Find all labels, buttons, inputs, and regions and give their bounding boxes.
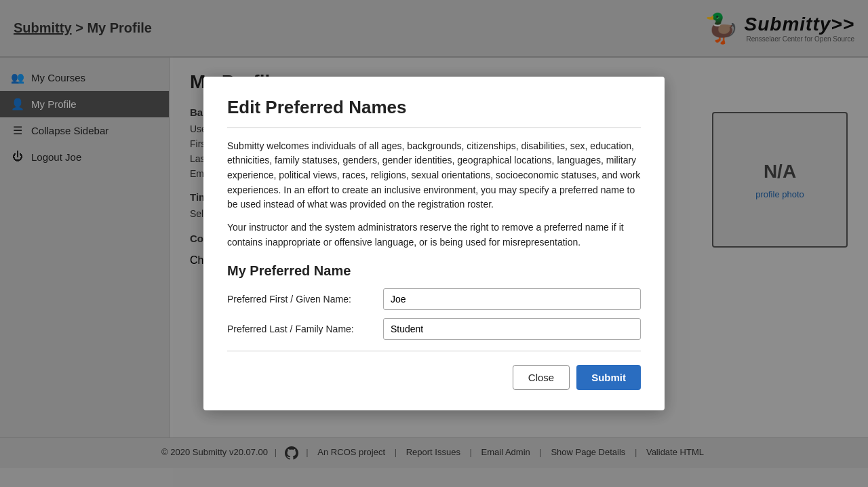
preferred-last-name-label: Preferred Last / Family Name: — [227, 324, 383, 334]
modal-divider — [227, 351, 641, 351]
preferred-last-name-input[interactable] — [383, 318, 641, 340]
modal-section-title: My Preferred Name — [227, 263, 641, 279]
modal-buttons: Close Submit — [227, 365, 641, 390]
preferred-last-name-row: Preferred Last / Family Name: — [227, 318, 641, 340]
modal-overlay[interactable]: Edit Preferred Names Submitty welcomes i… — [0, 0, 868, 487]
submit-button[interactable]: Submit — [576, 365, 641, 390]
modal-body-text-2: Your instructor and the system administr… — [227, 220, 641, 250]
preferred-first-name-label: Preferred First / Given Name: — [227, 294, 383, 305]
preferred-first-name-input[interactable] — [383, 288, 641, 310]
preferred-first-name-row: Preferred First / Given Name: — [227, 288, 641, 310]
modal-body-text-1: Submitty welcomes individuals of all age… — [227, 139, 641, 212]
modal-title: Edit Preferred Names — [227, 97, 641, 128]
close-button[interactable]: Close — [513, 365, 570, 390]
modal: Edit Preferred Names Submitty welcomes i… — [203, 77, 665, 411]
